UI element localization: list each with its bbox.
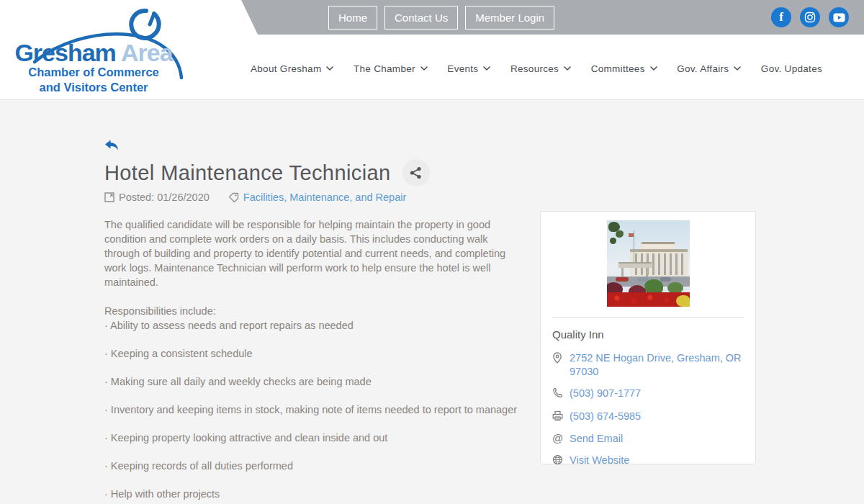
main-nav: About Gresham The Chamber Events Resourc…: [251, 63, 822, 74]
chevron-down-icon: [326, 66, 333, 71]
home-button[interactable]: Home: [328, 6, 377, 30]
calendar-icon: [104, 192, 114, 202]
nav-gov-updates[interactable]: Gov. Updates: [761, 63, 822, 74]
youtube-icon[interactable]: [829, 7, 849, 27]
hotel-photo: [607, 220, 690, 307]
list-item: · Help with other projects: [104, 487, 526, 501]
chevron-down-icon: [564, 66, 571, 71]
list-item: · Keeping property looking attractive an…: [104, 431, 526, 445]
send-email-link[interactable]: Send Email: [570, 432, 623, 446]
list-item: · Ability to assess needs and report rep…: [104, 318, 526, 333]
responsibilities-heading: Responsibilities include:: [104, 304, 526, 318]
member-address-link[interactable]: 2752 NE Hogan Drive, Gresham, OR97030: [570, 351, 742, 379]
job-description: The qualified candidate will be responsi…: [104, 217, 526, 289]
nav-about-gresham[interactable]: About Gresham: [251, 63, 333, 74]
member-info-card: Quality Inn 2752 NE Hogan Drive, Gresham…: [540, 211, 756, 464]
logo-wordmark: Gresham Area: [13, 40, 174, 65]
at-sign-icon: @: [552, 432, 564, 444]
category-link[interactable]: Facilities, Maintenance, and Repair: [243, 192, 406, 203]
globe-icon: [552, 454, 564, 469]
nav-gov-affairs[interactable]: Gov. Affairs: [677, 63, 741, 74]
facebook-icon[interactable]: f: [771, 7, 791, 27]
member-fax-row: (503) 674-5985: [552, 410, 744, 425]
logo-tagline-1: Chamber of Commerce: [13, 65, 174, 80]
member-name: Quality Inn: [552, 328, 744, 341]
tag-icon: [228, 192, 239, 203]
chamber-logo[interactable]: Gresham Area Chamber of Commerce and Vis…: [13, 3, 174, 96]
chevron-down-icon: [483, 66, 490, 71]
nav-events[interactable]: Events: [447, 63, 490, 74]
page-title: Hotel Maintenance Technician: [104, 161, 391, 185]
visit-website-link[interactable]: Visit Website: [570, 454, 629, 467]
instagram-icon[interactable]: [800, 7, 820, 27]
list-item: · Keeping records of all duties performe…: [104, 459, 526, 473]
fax-icon: [552, 410, 564, 425]
site-header: Gresham Area Chamber of Commerce and Vis…: [0, 0, 864, 100]
nav-resources[interactable]: Resources: [510, 63, 571, 74]
member-phone-row: (503) 907-1777: [552, 387, 744, 402]
member-fax-link[interactable]: (503) 674-5985: [570, 410, 641, 423]
share-button[interactable]: [402, 159, 430, 186]
chevron-down-icon: [650, 66, 657, 71]
member-website-row: Visit Website: [552, 454, 744, 469]
list-item: · Making sure all daily and weekly check…: [104, 374, 526, 389]
chevron-down-icon: [734, 66, 741, 71]
nav-committees[interactable]: Committees: [591, 63, 657, 74]
member-phone-link[interactable]: (503) 907-1777: [570, 387, 641, 400]
posted-date: Posted: 01/26/2020: [119, 192, 210, 203]
utility-bar: Home Contact Us Member Login f: [241, 0, 864, 35]
member-address-row: 2752 NE Hogan Drive, Gresham, OR97030: [552, 351, 744, 379]
list-item: · Keeping a consistent schedule: [104, 346, 526, 361]
nav-the-chamber[interactable]: The Chamber: [354, 63, 428, 74]
logo-tagline-2: and Visitors Center: [13, 80, 174, 95]
post-meta: Posted: 01/26/2020 Facilities, Maintenan…: [104, 192, 526, 203]
member-login-button[interactable]: Member Login: [465, 6, 554, 30]
map-pin-icon: [552, 351, 564, 367]
list-item: · Inventory and keeping items in stock, …: [104, 402, 526, 417]
contact-us-button[interactable]: Contact Us: [384, 6, 458, 30]
chevron-down-icon: [420, 66, 428, 71]
back-arrow-icon[interactable]: [104, 140, 119, 155]
member-email-row: @ Send Email: [552, 432, 744, 446]
share-icon: [410, 166, 422, 179]
phone-icon: [552, 387, 564, 402]
